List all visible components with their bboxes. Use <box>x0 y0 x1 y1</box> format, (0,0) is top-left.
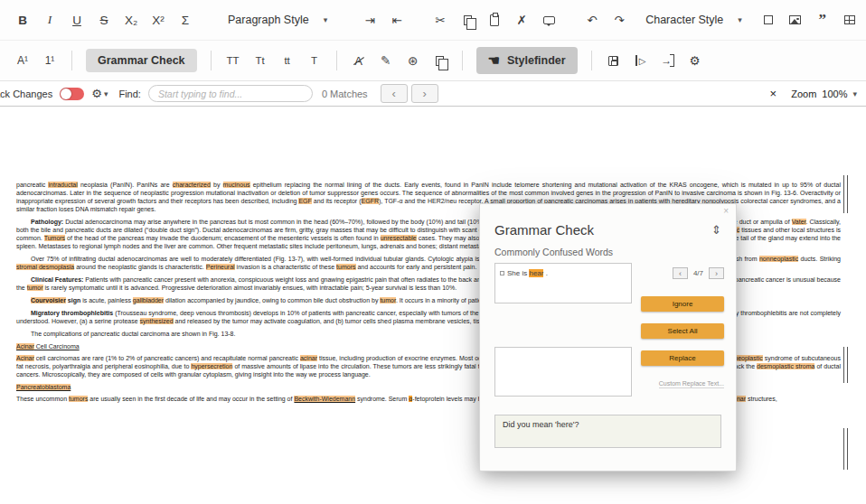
chevron-down-icon: ▾ <box>852 89 857 98</box>
find-settings-button[interactable]: ⚙ ▾ <box>91 87 108 100</box>
paste-button[interactable] <box>483 6 506 33</box>
issue-navigation: ‹ 4/7 › <box>673 267 724 279</box>
copy-button[interactable] <box>456 6 479 33</box>
indent-increase-icon: ⇥ <box>365 13 375 27</box>
find-next-button[interactable]: › <box>411 84 438 103</box>
comment-icon <box>543 16 555 24</box>
sentence-checkbox[interactable] <box>500 271 504 275</box>
separator <box>71 51 72 70</box>
toolbar-primary: B I U S X₂ X² Σ Paragraph Style ▾ ⇥ ⇤ ✂ … <box>0 0 866 41</box>
superscript-button[interactable]: X² <box>146 6 170 33</box>
close-find-button[interactable]: × <box>770 87 777 100</box>
separator <box>211 51 212 70</box>
lowercase-button[interactable]: tt <box>276 47 299 74</box>
undo-button[interactable]: ↶ <box>580 6 604 33</box>
stylefinder-button[interactable]: ☚ Stylefinder <box>476 47 578 74</box>
dialog-section-label: Commonly Confused Words <box>480 238 736 257</box>
dialog-left-column: She is hear . <box>494 263 632 397</box>
previous-issue-button[interactable]: ‹ <box>673 267 688 279</box>
find-previous-button[interactable]: ‹ <box>381 84 408 103</box>
insert-table-button[interactable] <box>838 6 861 33</box>
character-style-dropdown[interactable]: Character Style ▾ <box>645 14 742 26</box>
insert-image-button[interactable] <box>784 6 807 33</box>
move-dialog-icon[interactable]: ⇕ <box>711 223 721 237</box>
gear-icon: ⚙ <box>690 53 701 68</box>
export-arrow-glyph: → <box>661 54 672 67</box>
suggestion-text: Did you mean 'here'? <box>503 420 579 429</box>
clear-formatting-button[interactable]: ✗ <box>510 6 533 33</box>
chevron-left-icon: ‹ <box>391 87 395 100</box>
save-button[interactable] <box>602 47 626 74</box>
titlecase-button[interactable]: Tt <box>249 47 272 74</box>
blockquote-button[interactable]: ” <box>811 6 834 33</box>
play-icon: ▷ <box>635 55 646 66</box>
indent-increase-button[interactable]: ⇥ <box>358 6 381 33</box>
separator <box>591 51 592 70</box>
scissors-icon: ✂ <box>436 13 446 27</box>
sentence-box: She is hear . <box>494 263 632 303</box>
titlecase-icon: Tt <box>255 55 264 66</box>
paragraph-style-label: Paragraph Style <box>228 14 309 26</box>
indent-decrease-button[interactable]: ⇤ <box>385 6 409 33</box>
copy-icon <box>464 15 472 25</box>
paragraph-style-dropdown[interactable]: Paragraph Style ▾ <box>228 14 327 26</box>
footnote-icon: A¹ <box>17 54 28 67</box>
save-icon <box>608 56 618 66</box>
change-mark <box>843 428 848 470</box>
settings-button[interactable]: ⚙ <box>683 47 707 74</box>
endnote-button[interactable]: 1¹ <box>38 47 61 74</box>
chevron-down-icon: ▾ <box>738 15 742 24</box>
grammar-check-button[interactable]: Grammar Check <box>86 49 197 72</box>
zoom-control[interactable]: Zoom 100% ▾ <box>791 89 857 99</box>
replace-button[interactable]: Replace <box>641 350 724 366</box>
strikethrough-button[interactable]: S <box>92 6 116 33</box>
subscript-button[interactable]: X₂ <box>119 6 143 33</box>
app-window: B I U S X₂ X² Σ Paragraph Style ▾ ⇥ ⇤ ✂ … <box>0 0 866 504</box>
run-button[interactable]: ▷ <box>629 47 653 74</box>
uppercase-button[interactable]: TT <box>221 47 245 74</box>
color-wheel-icon: ⊛ <box>408 53 418 68</box>
bold-button[interactable]: B <box>11 6 34 33</box>
sigma-icon: Σ <box>182 14 189 27</box>
grammar-check-dialog: × Grammar Check ⇕ Commonly Confused Word… <box>479 203 737 471</box>
superscript-icon: X² <box>152 14 165 27</box>
dialog-body: She is hear . ‹ 4/7 › Ignore Select All … <box>480 257 736 397</box>
footnote-button[interactable]: A¹ <box>11 47 34 74</box>
export-button[interactable]: → <box>656 47 680 74</box>
font-color-button[interactable]: A <box>347 47 371 74</box>
select-all-button[interactable]: Select All <box>641 323 724 339</box>
ignore-button[interactable]: Ignore <box>641 296 724 312</box>
find-input[interactable] <box>148 85 313 102</box>
custom-replace-link[interactable]: Custom Replace Text... <box>659 380 724 388</box>
subscript-icon: X₂ <box>125 14 137 27</box>
play-glyph: ▷ <box>639 56 646 66</box>
dialog-right-column: ‹ 4/7 › Ignore Select All Replace Custom… <box>632 263 724 397</box>
find-bar: ack Changes ⚙ ▾ Find: 0 Matches ‹ › × Zo… <box>0 81 866 107</box>
strikethrough-icon: S <box>99 14 108 27</box>
gear-icon: ⚙ <box>91 87 102 100</box>
comment-button[interactable] <box>537 6 560 33</box>
select-all-toggle-button[interactable] <box>757 6 780 33</box>
undo-icon: ↶ <box>588 13 598 27</box>
highlighter-button[interactable]: ✎ <box>374 47 398 74</box>
indent-decrease-icon: ⇤ <box>392 13 402 27</box>
replacement-box[interactable] <box>494 347 632 397</box>
redo-button[interactable]: ↷ <box>607 6 631 33</box>
plain-case-button[interactable]: T <box>303 47 326 74</box>
dialog-title-row: Grammar Check ⇕ <box>480 204 736 238</box>
underline-icon: U <box>72 14 81 27</box>
symbol-button[interactable]: Σ <box>174 6 197 33</box>
clipboard-icon <box>490 14 499 26</box>
match-count: 0 Matches <box>322 89 368 99</box>
color-picker-button[interactable]: ⊛ <box>401 47 425 74</box>
underline-button[interactable]: U <box>65 6 89 33</box>
pages-icon <box>436 56 444 66</box>
dialog-close-button[interactable]: × <box>723 206 729 216</box>
change-mark <box>843 175 848 213</box>
italic-button[interactable]: I <box>38 6 61 33</box>
lowercase-icon: tt <box>284 55 289 66</box>
duplicate-pages-button[interactable] <box>428 47 452 74</box>
next-issue-button[interactable]: › <box>709 267 724 279</box>
track-changes-toggle[interactable] <box>60 88 84 100</box>
cut-button[interactable]: ✂ <box>428 6 452 33</box>
